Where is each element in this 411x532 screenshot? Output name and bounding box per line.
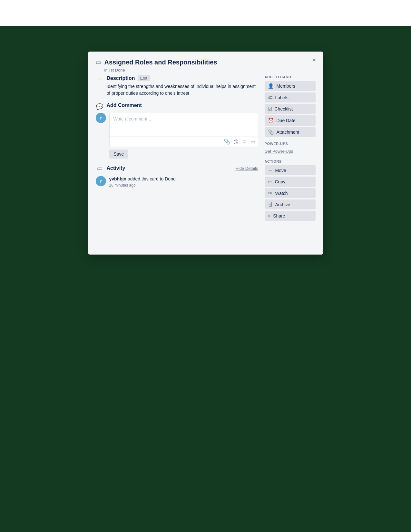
copy-icon: ▭ — [268, 179, 272, 185]
labels-button[interactable]: 🏷 Labels — [265, 92, 316, 102]
copy-label: Copy — [275, 179, 286, 184]
checklist-label: Checklist — [275, 106, 293, 111]
close-button[interactable]: × — [310, 55, 319, 64]
move-button[interactable]: → Move — [265, 165, 316, 175]
activity-section: ≔ Activity Hide Details Y yvbhbjn added … — [96, 164, 258, 188]
add-comment-header: 💬 Add Comment — [96, 102, 258, 110]
description-edit-link[interactable]: Edit — [138, 75, 150, 81]
add-to-card-label: ADD TO CARD — [265, 75, 316, 79]
attachment-label: Attachment — [277, 130, 299, 135]
archive-button[interactable]: 🗄 Archive — [265, 199, 316, 209]
card-list-info: in list Done — [104, 68, 316, 73]
list-name-link[interactable]: Done — [115, 68, 125, 73]
comment-input[interactable] — [110, 113, 258, 135]
card-tool-icon[interactable]: ▭ — [250, 139, 255, 145]
modal-overlay: × ▭ Assigned Roles and Responsibilities … — [0, 26, 411, 532]
activity-header: ≔ Activity Hide Details — [96, 164, 258, 172]
activity-title-wrap: ≔ Activity — [96, 164, 125, 172]
card-modal: × ▭ Assigned Roles and Responsibilities … — [88, 52, 323, 255]
modal-sidebar: ADD TO CARD 👤 Members 🏷 Labels ☑ Checkli… — [265, 75, 316, 222]
comment-box: 📎 @ ☺ ▭ — [109, 113, 258, 147]
add-comment-title-wrap: Add Comment — [107, 102, 258, 108]
archive-label: Archive — [275, 202, 290, 207]
card-title: Assigned Roles and Responsibilities — [104, 58, 316, 66]
add-comment-section: 💬 Add Comment Y — [96, 102, 258, 159]
watch-button[interactable]: 👁 Watch — [265, 188, 316, 198]
comment-input-row: Y 📎 @ ☺ ▭ — [96, 113, 258, 159]
due-date-button[interactable]: ⏰ Due Date — [265, 115, 316, 126]
activity-action: added this card to Done — [128, 176, 176, 181]
share-label: Share — [273, 213, 285, 218]
members-icon: 👤 — [268, 83, 274, 89]
description-text: Identifying the strengths and weaknesses… — [107, 83, 258, 97]
get-power-ups-link[interactable]: Get Power-Ups — [265, 148, 316, 155]
comment-save-area: Save — [109, 150, 258, 159]
labels-icon: 🏷 — [268, 95, 273, 100]
card-header: ▭ Assigned Roles and Responsibilities in… — [96, 58, 316, 73]
emoji-tool-icon[interactable]: ☺ — [242, 139, 247, 145]
due-date-label: Due Date — [277, 118, 296, 123]
description-content: Description Edit Identifying the strengt… — [107, 75, 258, 97]
share-icon: < — [268, 213, 271, 218]
activity-title: Activity — [107, 165, 125, 171]
watch-label: Watch — [275, 191, 288, 196]
mention-tool-icon[interactable]: @ — [233, 139, 239, 145]
watch-icon: 👁 — [268, 190, 273, 196]
members-button[interactable]: 👤 Members — [265, 81, 316, 91]
attachment-button[interactable]: 📎 Attachment — [265, 127, 316, 137]
modal-body: ≡ Description Edit Identifying the stren… — [96, 75, 316, 222]
comment-area: 📎 @ ☺ ▭ Save — [109, 113, 258, 159]
share-button[interactable]: < Share — [265, 211, 316, 221]
add-comment-title: Add Comment — [107, 102, 258, 108]
hide-details-link[interactable]: Hide Details — [235, 166, 258, 171]
activity-item: Y yvbhbjn added this card to Done 28 min… — [96, 176, 258, 188]
activity-time: 28 minutes ago — [109, 183, 176, 188]
checklist-button[interactable]: ☑ Checklist — [265, 104, 316, 114]
user-avatar: Y — [96, 113, 106, 123]
due-date-icon: ⏰ — [268, 118, 274, 123]
description-section: ≡ Description Edit Identifying the stren… — [96, 75, 258, 97]
list-prefix: in list — [104, 68, 114, 73]
move-icon: → — [268, 168, 273, 173]
activity-user: yvbhbjn — [109, 176, 127, 181]
copy-button[interactable]: ▭ Copy — [265, 177, 316, 187]
comment-toolbar: 📎 @ ☺ ▭ — [110, 136, 258, 147]
comment-icon: 💬 — [96, 103, 103, 110]
activity-text: yvbhbjn added this card to Done — [109, 176, 176, 182]
power-ups-label: POWER-UPS — [265, 142, 316, 146]
actions-label: ACTIONS — [265, 160, 316, 163]
modal-main: ≡ Description Edit Identifying the stren… — [96, 75, 258, 222]
description-icon: ≡ — [96, 76, 103, 82]
move-label: Move — [275, 168, 286, 173]
activity-item-content: yvbhbjn added this card to Done 28 minut… — [109, 176, 176, 188]
card-type-icon: ▭ — [96, 59, 101, 66]
labels-label: Labels — [275, 95, 289, 100]
description-title: Description Edit — [107, 75, 258, 81]
attachment-tool-icon[interactable]: 📎 — [224, 139, 230, 145]
checklist-icon: ☑ — [268, 106, 272, 112]
attachment-icon: 📎 — [268, 129, 274, 135]
members-label: Members — [277, 83, 295, 89]
archive-icon: 🗄 — [268, 202, 273, 207]
activity-avatar: Y — [96, 176, 106, 186]
activity-icon: ≔ — [96, 165, 103, 172]
save-comment-button[interactable]: Save — [109, 150, 129, 159]
card-header-content: Assigned Roles and Responsibilities in l… — [104, 58, 316, 73]
